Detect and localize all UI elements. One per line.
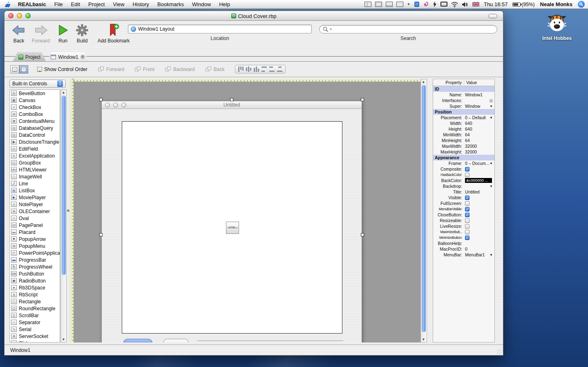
property-value[interactable]: 32000 [464, 149, 494, 155]
battery-indicator[interactable]: (95%) [512, 2, 535, 7]
palette-item-serial[interactable]: ∿Serial [10, 326, 60, 333]
property-value[interactable] [464, 200, 494, 206]
selection-handle-top-right[interactable] [361, 98, 364, 101]
palette-item-rb3dspace[interactable]: ●Rb3DSpace [10, 284, 60, 291]
property-value[interactable]: 640 [464, 120, 494, 126]
palette-scroll-thumb[interactable] [62, 96, 66, 275]
palette-item-contextualmenu[interactable]: ≣ContextualMenu [10, 118, 60, 125]
canvas-scroll-thumb[interactable] [422, 85, 426, 332]
wifi-icon[interactable] [451, 2, 458, 7]
controls-category-popup[interactable]: Built-In Controls ▲▼ [9, 80, 66, 88]
selection-handle-mid-right[interactable] [361, 233, 364, 236]
menu-project[interactable]: Project [84, 0, 109, 9]
palette-item-databasequery[interactable]: QDatabaseQuery [10, 125, 60, 131]
tab-window1[interactable]: Window1 ✕ [47, 52, 89, 62]
display-menu-icon[interactable] [440, 2, 447, 7]
property-value[interactable]: 0 – Docum...▼ [464, 160, 494, 166]
property-value[interactable]: 64 [464, 138, 494, 143]
composite-checkbox[interactable]: ✓ [465, 167, 470, 171]
property-value[interactable]: 0 [464, 246, 494, 252]
interfaces-edit-button[interactable] [489, 99, 493, 102]
palette-item-separator[interactable]: ┄Separator [10, 319, 60, 326]
align-right-icon[interactable] [254, 67, 259, 72]
property-value[interactable]: 0 – Default▼ [464, 115, 494, 120]
order-backward-button[interactable]: Backward [165, 67, 195, 72]
canvas-scroll-up-icon[interactable]: ▲ [421, 80, 426, 84]
menu-help[interactable]: Help [215, 0, 234, 9]
volume-icon[interactable] [462, 2, 469, 7]
palette-item-popuparrow[interactable]: ▼PopupArrow [10, 236, 60, 242]
palette-item-listbox[interactable]: ▤ListBox [10, 187, 60, 194]
canvas-scrollbar[interactable]: ▲ ▼ [420, 79, 427, 343]
separator-control[interactable] [197, 340, 343, 341]
palette-item-line[interactable]: ╱Line [10, 180, 60, 187]
palette-item-pagepanel[interactable]: 12PagePanel [10, 222, 60, 229]
palette-item-pushbutton[interactable]: OKPushButton [10, 270, 60, 277]
display-mirror-icon[interactable] [375, 2, 382, 7]
palette-item-oval[interactable]: ○Oval [10, 215, 60, 222]
htmlviewer-control[interactable]: <HTML> [122, 121, 342, 334]
property-value[interactable]: ▼ [464, 183, 494, 189]
apple-menu[interactable] [0, 1, 14, 8]
closebutton-checkbox[interactable]: ✓ [465, 213, 470, 217]
display-arrange-icon[interactable] [364, 2, 371, 7]
code-view-toggle[interactable] [10, 65, 19, 73]
property-value[interactable]: Window▼ [464, 103, 494, 109]
menu-view[interactable]: View [109, 0, 128, 9]
palette-item-noteplayer[interactable]: ♫NotePlayer [10, 201, 60, 208]
minimizebutton-checkbox[interactable]: ✓ [465, 236, 470, 240]
sync-menu-icon[interactable] [414, 1, 420, 7]
palette-item-popupmenu[interactable]: ⊟PopupMenu [10, 242, 60, 249]
layout-view-toggle[interactable] [19, 65, 28, 73]
palette-scroll-up-icon[interactable]: ▲ [61, 91, 66, 94]
uk-flag-icon[interactable] [472, 2, 479, 7]
align-middle-icon[interactable] [269, 67, 275, 72]
selection-handle-mid-left[interactable] [99, 233, 103, 236]
backcolor-color-field[interactable]: &c000000 ... [465, 178, 492, 183]
property-value[interactable] [464, 229, 494, 235]
property-value[interactable]: Window1 [464, 92, 494, 98]
menu-history[interactable]: History [128, 0, 153, 9]
spotlight-icon[interactable] [578, 1, 585, 8]
property-value[interactable]: ✓ [464, 206, 494, 212]
property-value[interactable]: &c000000 ... [464, 178, 494, 183]
battery-bolt-icon[interactable] [433, 1, 437, 7]
tab-project[interactable]: Project [13, 52, 46, 62]
menu-bookmarks[interactable]: Bookmarks [153, 0, 188, 9]
placement-dropdown-icon[interactable]: ▼ [490, 116, 493, 120]
palette-item-htmlviewer[interactable]: <A>HTMLViewer [10, 166, 60, 173]
fullscreen-checkbox[interactable] [465, 201, 470, 206]
palette-item-radiobutton[interactable]: ◉RadioButton [10, 277, 60, 284]
designed-window[interactable]: Untitled <HTML> [101, 101, 362, 343]
palette-item-combobox[interactable]: ⊡ComboBox [10, 111, 60, 118]
align-center-v-icon[interactable] [246, 67, 251, 72]
menu-clock[interactable]: Thu 16:57 [483, 1, 509, 7]
title-bar[interactable]: Cloud Cover.rbp [4, 11, 503, 21]
palette-item-scrollbar[interactable]: ▯ScrollBar [10, 312, 60, 319]
palette-item-canvas[interactable]: ▦Canvas [10, 97, 60, 104]
property-value[interactable]: 32000 [464, 143, 494, 149]
back-button[interactable]: Back [7, 23, 31, 44]
align-bottom-icon[interactable] [277, 67, 282, 72]
search-field[interactable]: ▼ [319, 25, 497, 33]
add-bookmark-button[interactable]: Add Bookmark [95, 23, 132, 44]
palette-item-disclosuretriangle[interactable]: ▶DisclosureTriangle [10, 138, 60, 145]
property-value[interactable]: ✓ [464, 166, 494, 172]
palette-item-movieplayer[interactable]: ▶MoviePlayer [10, 194, 60, 201]
tab-close-icon[interactable]: ✕ [80, 55, 85, 59]
resizeable-checkbox[interactable] [465, 218, 470, 223]
property-value[interactable] [464, 223, 494, 229]
property-value[interactable] [464, 240, 494, 246]
maximizebutt-checkbox[interactable] [465, 230, 470, 234]
display-resolution-icon[interactable] [386, 2, 393, 7]
default-pushbutton-control[interactable] [123, 339, 152, 343]
palette-scrollbar[interactable]: ▲ ▼ [60, 89, 67, 343]
resize-grip[interactable] [497, 349, 503, 355]
palette-item-imagewell[interactable]: □ImageWell [10, 173, 60, 180]
display-blank-icon[interactable] [396, 2, 403, 7]
property-value[interactable] [464, 218, 494, 223]
palette-item-serversocket[interactable]: ⊛ServerSocket [10, 333, 60, 340]
pushbutton-control[interactable] [163, 339, 189, 343]
hasbackcolor-checkbox[interactable] [465, 173, 470, 177]
palette-item-progressbar[interactable]: ▬ProgressBar [10, 256, 60, 263]
